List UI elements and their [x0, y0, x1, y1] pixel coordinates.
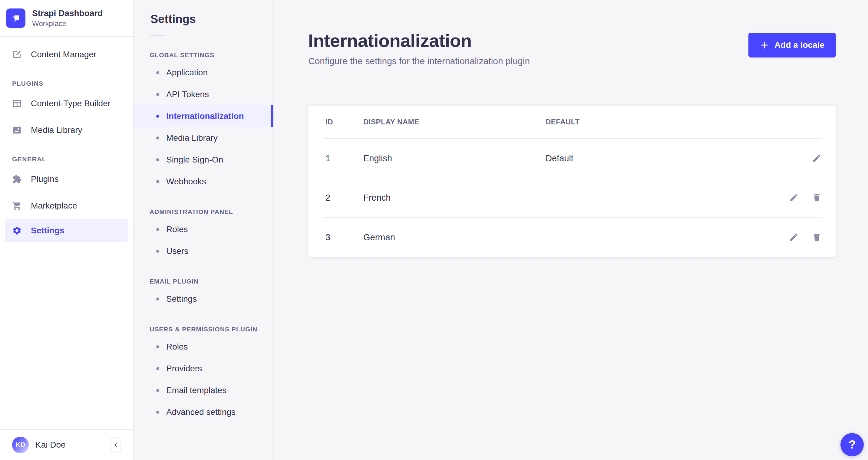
- subnav-item-email-settings[interactable]: Settings: [134, 288, 273, 310]
- subnav-section-users-permissions-plugin: USERS & PERMISSIONS PLUGIN: [150, 326, 273, 333]
- trash-icon: [812, 193, 822, 202]
- trash-icon: [812, 232, 822, 242]
- sidebar-item-content-manager[interactable]: Content Manager: [0, 41, 133, 68]
- strapi-logo-icon: [10, 12, 22, 24]
- subnav-item-up-email-templates[interactable]: Email templates: [134, 380, 273, 401]
- subnav-item-label: Single Sign-On: [166, 155, 223, 165]
- user-avatar: KD: [12, 437, 29, 453]
- add-locale-label: Add a locale: [774, 40, 825, 50]
- edit-locale-button[interactable]: [789, 232, 799, 242]
- subnav-item-internationalization[interactable]: Internationalization: [134, 105, 273, 127]
- sidebar-section-plugins: PLUGINS: [0, 80, 133, 87]
- subnav-section-administration-panel: ADMINISTRATION PANEL: [150, 208, 273, 216]
- subnav-item-label: Advanced settings: [166, 407, 236, 417]
- strapi-logo: [6, 8, 25, 28]
- feather-pen-icon: [12, 50, 22, 59]
- subnav-item-webhooks[interactable]: Webhooks: [134, 171, 273, 193]
- cell-display-name: English: [363, 154, 546, 163]
- help-question-mark: ?: [848, 438, 856, 451]
- cell-default: Default: [546, 154, 761, 163]
- sidebar-item-label: Marketplace: [31, 201, 77, 210]
- help-button[interactable]: ?: [840, 433, 864, 456]
- sidebar-item-content-type-builder[interactable]: Content-Type Builder: [0, 90, 133, 117]
- subnav-item-api-tokens[interactable]: API Tokens: [134, 84, 273, 105]
- subnav-item-label: Webhooks: [166, 177, 206, 187]
- subnav-item-label: Email templates: [166, 386, 226, 395]
- table-row-german: 3 German: [323, 218, 822, 257]
- locales-table-card: ID DISPLAY NAME DEFAULT 1 English Defaul…: [308, 106, 836, 257]
- subnav-item-label: Media Library: [166, 133, 218, 143]
- subnav-title: Settings: [151, 13, 273, 26]
- subnav-item-label: Roles: [166, 225, 188, 234]
- sidebar-footer: KD Kai Doe: [0, 429, 133, 460]
- page-header: Internationalization Configure the setti…: [274, 0, 868, 66]
- workspace-switcher[interactable]: Strapi Dashboard Workplace: [0, 0, 133, 37]
- sidebar-item-plugins[interactable]: Plugins: [0, 166, 133, 193]
- main-content: Internationalization Configure the setti…: [274, 0, 868, 460]
- subnav-item-label: Roles: [166, 342, 188, 352]
- plus-icon: [760, 40, 769, 50]
- gear-icon: [12, 226, 22, 235]
- cell-display-name: French: [363, 193, 546, 203]
- delete-locale-button[interactable]: [812, 193, 822, 202]
- table-header-row: ID DISPLAY NAME DEFAULT: [323, 106, 822, 139]
- pencil-icon: [789, 193, 799, 202]
- chevron-left-icon: [113, 442, 119, 448]
- page-header-text: Internationalization Configure the setti…: [308, 30, 530, 66]
- cart-icon: [12, 201, 22, 210]
- column-header-default: DEFAULT: [546, 118, 761, 126]
- subnav-item-up-providers[interactable]: Providers: [134, 358, 273, 380]
- cell-id: 1: [326, 154, 363, 163]
- subnav-section-email-plugin: EMAIL PLUGIN: [150, 278, 273, 285]
- subnav-item-label: Users: [166, 247, 188, 256]
- subnav-divider: [151, 35, 165, 36]
- sidebar-item-marketplace[interactable]: Marketplace: [0, 193, 133, 219]
- sidebar-item-label: Media Library: [31, 125, 82, 135]
- subnav-item-label: API Tokens: [166, 90, 209, 99]
- subnav-item-up-roles[interactable]: Roles: [134, 336, 273, 358]
- workspace-name: Strapi Dashboard: [32, 8, 103, 18]
- sidebar-item-label: Content Manager: [31, 50, 96, 59]
- cell-actions: [761, 154, 822, 163]
- subnav-section-global-settings: GLOBAL SETTINGS: [150, 52, 273, 59]
- delete-locale-button[interactable]: [812, 232, 822, 242]
- collapse-sidebar-button[interactable]: [110, 437, 121, 453]
- sidebar-nav: Content Manager PLUGINS Content-Type Bui…: [0, 37, 133, 429]
- cell-display-name: German: [363, 232, 546, 242]
- subnav-item-label: Application: [166, 68, 208, 77]
- sidebar-item-media-library[interactable]: Media Library: [0, 117, 133, 143]
- sidebar-item-label: Plugins: [31, 174, 59, 184]
- column-header-id: ID: [326, 118, 363, 126]
- sidebar-item-settings[interactable]: Settings: [5, 219, 128, 242]
- column-header-display-name: DISPLAY NAME: [363, 118, 546, 126]
- pencil-icon: [789, 232, 799, 242]
- edit-locale-button[interactable]: [789, 193, 799, 202]
- subnav-item-up-advanced-settings[interactable]: Advanced settings: [134, 401, 273, 423]
- cell-actions: [761, 193, 822, 202]
- pencil-icon: [812, 154, 822, 163]
- subnav-item-admin-roles[interactable]: Roles: [134, 219, 273, 240]
- user-name: Kai Doe: [35, 440, 66, 450]
- add-locale-button[interactable]: Add a locale: [748, 33, 836, 58]
- sidebar-item-label: Settings: [31, 226, 64, 235]
- table-row-french: 2 French: [323, 178, 822, 218]
- cell-id: 2: [326, 193, 363, 203]
- subnav-item-label: Providers: [166, 364, 202, 373]
- workspace-label: Workplace: [32, 20, 103, 28]
- page-subtitle: Configure the settings for the internati…: [308, 56, 530, 66]
- subnav-item-media-library[interactable]: Media Library: [134, 127, 273, 149]
- puzzle-icon: [12, 174, 22, 184]
- brand-text: Strapi Dashboard Workplace: [32, 8, 103, 28]
- subnav-item-label: Internationalization: [166, 111, 244, 121]
- sidebar-section-general: GENERAL: [0, 156, 133, 163]
- subnav-item-single-sign-on[interactable]: Single Sign-On: [134, 149, 273, 171]
- sidebar-item-label: Content-Type Builder: [31, 99, 111, 108]
- subnav-item-label: Settings: [166, 294, 197, 304]
- cell-id: 3: [326, 232, 363, 242]
- settings-subnav: Settings GLOBAL SETTINGS Application API…: [134, 0, 274, 460]
- subnav-item-application[interactable]: Application: [134, 62, 273, 84]
- subnav-item-admin-users[interactable]: Users: [134, 240, 273, 262]
- layout-grid-icon: [12, 99, 22, 108]
- cell-actions: [761, 232, 822, 242]
- edit-locale-button[interactable]: [812, 154, 822, 163]
